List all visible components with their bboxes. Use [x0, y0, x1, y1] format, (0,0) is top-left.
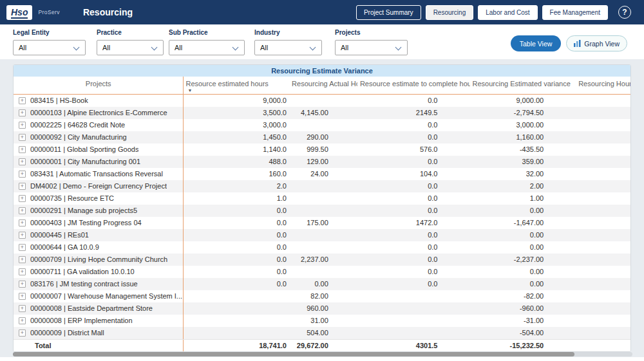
cell-actual-hours: 31.00: [290, 315, 357, 327]
filter-bar: Legal Entity All Practice All Sub Practi…: [0, 24, 644, 59]
nav-project-summary-button[interactable]: Project Summary: [356, 5, 421, 20]
filter-label-legal-entity: Legal Entity: [13, 29, 86, 36]
table-row[interactable]: + 00000103 | Alpine Electronics E-Commer…: [14, 107, 630, 119]
cell-estimate-to-complete: 0.0: [357, 95, 470, 107]
project-name: 00000092 | City Manufacturing: [30, 131, 127, 143]
practice-dropdown[interactable]: All: [97, 40, 164, 55]
cell-estimate-to-complete: [357, 302, 470, 315]
expand-row-icon[interactable]: +: [19, 293, 26, 300]
horizontal-scrollbar[interactable]: [13, 352, 632, 356]
expand-row-icon[interactable]: +: [19, 183, 26, 190]
table-row[interactable]: + 00000291 | Manage sub projects5 0.0 0.…: [14, 205, 630, 217]
cell-estimated-variance: -2,237.00: [469, 254, 576, 266]
expand-row-icon[interactable]: +: [19, 171, 26, 178]
expand-row-icon[interactable]: +: [19, 256, 26, 263]
table-row[interactable]: + 00000008 | Eastside Department Store 9…: [14, 302, 630, 315]
cell-actual-hours: 2,237.00: [290, 254, 357, 266]
cell-hours-variance: [576, 168, 630, 180]
table-row[interactable]: + 00002225 | 64628 Credit Note 3,000.0 0…: [14, 119, 630, 131]
column-header-projects[interactable]: Projects: [14, 77, 184, 94]
expand-row-icon[interactable]: +: [19, 281, 26, 288]
cell-estimate-to-complete: [357, 315, 470, 327]
cell-actual-hours: 24.00: [290, 168, 357, 180]
cell-estimate-to-complete: 0.0: [357, 205, 470, 217]
expand-row-icon[interactable]: +: [19, 146, 26, 153]
cell-estimated-hours: 0.0: [184, 254, 290, 266]
expand-row-icon[interactable]: +: [19, 305, 26, 312]
cell-estimated-hours: 488.0: [184, 156, 290, 168]
nav-resourcing-button[interactable]: Resourcing: [426, 5, 474, 20]
cell-actual-hours: [290, 229, 357, 241]
expand-row-icon[interactable]: +: [19, 219, 26, 227]
dropdown-value: All: [175, 44, 182, 51]
expand-row-icon[interactable]: +: [19, 244, 26, 251]
nav-fee-management-button[interactable]: Fee Management: [542, 5, 608, 20]
table-row[interactable]: + 00000008 | ERP Implementation 31.00 -3…: [14, 315, 630, 327]
cell-estimate-to-complete: 104.0: [357, 168, 470, 180]
expand-row-icon[interactable]: +: [19, 232, 26, 239]
expand-row-icon[interactable]: +: [19, 329, 26, 337]
legal-entity-dropdown[interactable]: All: [13, 40, 86, 55]
cell-estimated-variance: -960.00: [469, 302, 576, 315]
project-name: 083431 | Automatic Transactions Reversal: [30, 168, 163, 180]
cell-estimated-variance: 1,160.00: [469, 131, 576, 143]
expand-row-icon[interactable]: +: [19, 195, 26, 202]
project-name: 00000403 | JM Testing Progress 04: [30, 217, 142, 229]
table-row[interactable]: + 083415 | HS-Book 9,000.0 0.0 9,000.00: [14, 95, 630, 107]
table-row[interactable]: + 00000644 | GA 10.0.9 0.0 0.0 0.00: [14, 241, 630, 254]
table-row[interactable]: + DM4002 | Demo - Foreign Currency Proje…: [14, 180, 630, 192]
table-row[interactable]: + 00000711 | GA validation 10.0.10 0.0 0…: [14, 266, 630, 278]
expand-row-icon[interactable]: +: [19, 134, 26, 141]
expand-row-icon[interactable]: +: [19, 207, 26, 214]
expand-row-icon[interactable]: +: [19, 122, 26, 129]
projects-dropdown[interactable]: All: [335, 40, 408, 55]
resourcing-table-panel: Resourcing Estimate Variance Projects Re…: [13, 64, 631, 352]
project-name: 00000008 | ERP Implementation: [30, 315, 133, 327]
table-title: Resourcing Estimate Variance: [14, 65, 630, 77]
table-row[interactable]: + 00000403 | JM Testing Progress 04 0.0 …: [14, 217, 630, 229]
project-cell: + 00000008 | Eastside Department Store: [14, 302, 184, 315]
table-row[interactable]: + 00000092 | City Manufacturing 1,450.0 …: [14, 131, 630, 143]
table-row[interactable]: + 00000011 | Global Sporting Goods 1,140…: [14, 143, 630, 156]
expand-row-icon[interactable]: +: [19, 317, 26, 324]
table-row[interactable]: + 00000009 | District Mall 504.00 -504.0…: [14, 327, 630, 339]
nav-labor-and-cost-button[interactable]: Labor and Cost: [478, 5, 537, 20]
table-row[interactable]: + 083176 | JM testing contract issue 0.0…: [14, 278, 630, 290]
cell-estimate-to-complete: 0.0: [357, 192, 470, 205]
column-header-resourcing-hours-variance[interactable]: Resourcing Hours V: [576, 77, 630, 94]
help-icon[interactable]: ?: [618, 6, 631, 19]
column-header-resourcing-actual-hours[interactable]: Resourcing Actual Hours: [290, 77, 357, 94]
table-total-row: Total 18,741.0 29,672.00 4301.5 -15,232.…: [14, 339, 630, 351]
scrollbar-thumb[interactable]: [13, 352, 574, 356]
column-header-resource-estimated-hours[interactable]: Resource estimated hours ▼: [184, 77, 290, 94]
sub-practice-dropdown[interactable]: All: [169, 40, 245, 55]
graph-view-button[interactable]: Graph View: [566, 35, 627, 51]
cell-estimate-to-complete: 0.0: [357, 229, 470, 241]
project-name: 00000011 | Global Sporting Goods: [30, 143, 138, 156]
cell-estimated-variance: -1,647.00: [469, 217, 576, 229]
table-row[interactable]: + 00000007 | Warehouse Management System…: [14, 290, 630, 302]
expand-row-icon[interactable]: +: [19, 158, 26, 165]
table-row[interactable]: + 00000735 | Resource ETC 1.0 0.0 1.00: [14, 192, 630, 205]
expand-row-icon[interactable]: +: [19, 97, 26, 104]
proserv-label: ProServ: [38, 9, 60, 15]
table-row[interactable]: + 00000709 | Living Hope Community Churc…: [14, 254, 630, 266]
industry-dropdown[interactable]: All: [254, 40, 322, 55]
cell-actual-hours: [290, 180, 357, 192]
filter-label-industry: Industry: [254, 29, 322, 36]
column-header-estimated-variance[interactable]: Resourcing Estimated variance: [470, 77, 576, 94]
page-title: Resourcing: [83, 7, 133, 17]
table-row[interactable]: + 00000001 | City Manufacturing 001 488.…: [14, 156, 630, 168]
table-view-button[interactable]: Table View: [511, 35, 562, 51]
cell-estimated-variance: -82.00: [469, 290, 576, 302]
table-row[interactable]: + 083431 | Automatic Transactions Revers…: [14, 168, 630, 180]
cell-hours-variance: [576, 131, 630, 143]
cell-estimated-hours: 0.0: [184, 266, 290, 278]
expand-row-icon[interactable]: +: [19, 268, 26, 275]
column-header-estimate-to-complete[interactable]: Resource estimate to complete hours: [357, 77, 470, 94]
expand-row-icon[interactable]: +: [19, 109, 26, 116]
project-cell: + 00000711 | GA validation 10.0.10: [14, 266, 184, 278]
project-name: 00002225 | 64628 Credit Note: [30, 119, 125, 131]
table-row[interactable]: + 00000445 | REs01 0.0 0.0 0.00: [14, 229, 630, 241]
chevron-down-icon: [73, 44, 80, 51]
